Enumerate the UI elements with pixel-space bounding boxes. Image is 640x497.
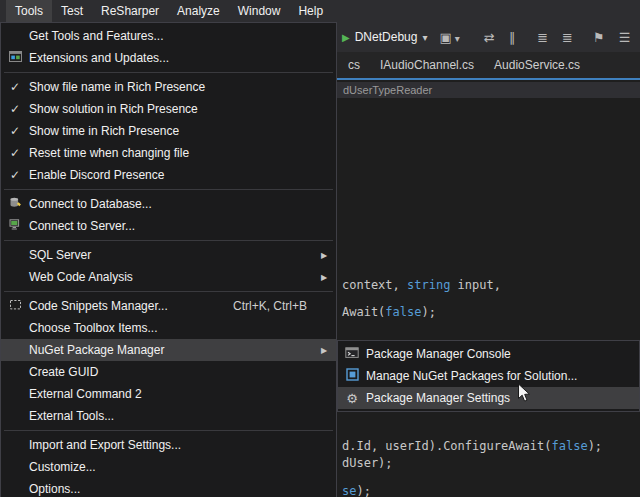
menu-item-gutter: [1, 50, 29, 66]
chevron-down-icon[interactable]: ▾: [455, 33, 460, 44]
menu-item-label: Create GUID: [29, 365, 98, 379]
code-fragment-0: context, string input,: [342, 278, 501, 292]
menu-item-get-tools-and-features[interactable]: Get Tools and Features...: [1, 25, 336, 47]
code-token: Await(: [342, 305, 385, 319]
play-icon: ▶: [342, 32, 350, 43]
menu-separator: [4, 189, 333, 190]
menubar-item-window[interactable]: Window: [229, 0, 290, 22]
menu-item-label: SQL Server: [29, 248, 91, 262]
bookmark-icon[interactable]: ⚑: [593, 30, 605, 45]
menu-item-show-time-in-rich-presence[interactable]: ✓Show time in Rich Presence: [1, 120, 336, 142]
vs-window: context, string input,Await(false);d.Id,…: [0, 0, 640, 497]
menubar-item-tools[interactable]: Tools: [6, 0, 52, 22]
check-icon: ✓: [10, 168, 20, 182]
menu-item-label: Customize...: [29, 460, 96, 474]
menu-item-label: Show time in Rich Presence: [29, 124, 179, 138]
menu-item-label: Show file name in Rich Presence: [29, 80, 205, 94]
menu-item-label: Connect to Database...: [29, 197, 152, 211]
menubar-item-test[interactable]: Test: [52, 0, 92, 22]
code-token: );: [356, 484, 370, 497]
menubar-item-analyze[interactable]: Analyze: [168, 0, 229, 22]
check-icon: ✓: [10, 146, 20, 160]
menu-item-label: Show solution in Rich Presence: [29, 102, 198, 116]
menu-item-gutter: ✓: [1, 168, 29, 182]
check-icon: ✓: [10, 124, 20, 138]
menu-item-gutter: ✓: [1, 146, 29, 160]
submenu-item-package-manager-console[interactable]: Package Manager Console: [338, 343, 639, 365]
menu-item-label: Get Tools and Features...: [29, 29, 164, 43]
start-debug-button[interactable]: ▶ DNetDebug ▾: [342, 30, 427, 44]
tab-iaudiochannel[interactable]: IAudioChannel.cs: [370, 52, 484, 78]
menu-item-choose-toolbox-items[interactable]: Choose Toolbox Items...: [1, 317, 336, 339]
overflow-menu-icon[interactable]: ☰: [619, 30, 631, 45]
menu-separator: [4, 240, 333, 241]
package-icon: [346, 368, 359, 384]
code-fragment-1: Await(false);: [342, 305, 436, 319]
menu-item-external-tools[interactable]: External Tools...: [1, 405, 336, 427]
menu-item-label: Choose Toolbox Items...: [29, 321, 158, 335]
word-wrap-icon[interactable]: ≣: [562, 30, 573, 45]
server-icon: [9, 218, 22, 234]
menu-item-label: Manage NuGet Packages for Solution...: [366, 369, 577, 383]
menu-item-create-guid[interactable]: Create GUID: [1, 361, 336, 383]
menu-item-gutter: ⚙: [338, 392, 366, 405]
database-icon: [9, 196, 22, 212]
attach-icon[interactable]: ▣: [439, 30, 451, 45]
menu-item-external-command-2[interactable]: External Command 2: [1, 383, 336, 405]
submenu-item-manage-nuget-packages-for-solution[interactable]: Manage NuGet Packages for Solution...: [338, 365, 639, 387]
menu-separator: [4, 291, 333, 292]
menu-item-code-snippets-manager[interactable]: Code Snippets Manager...Ctrl+K, Ctrl+B: [1, 295, 336, 317]
menu-item-label: Package Manager Settings: [366, 391, 510, 405]
menu-item-show-solution-in-rich-presence[interactable]: ✓Show solution in Rich Presence: [1, 98, 336, 120]
menu-item-gutter: [1, 298, 29, 314]
menu-item-customize[interactable]: Customize...: [1, 456, 336, 478]
menu-item-gutter: [338, 346, 366, 362]
menu-item-label: Import and Export Settings...: [29, 438, 181, 452]
menubar-item-help[interactable]: Help: [289, 0, 332, 22]
menu-item-label: Code Snippets Manager...: [29, 299, 168, 313]
code-token: );: [588, 439, 602, 453]
menu-item-gutter: [1, 218, 29, 234]
menu-item-label: NuGet Package Manager: [29, 343, 164, 357]
menubar-item-resharper[interactable]: ReSharper: [92, 0, 168, 22]
menu-item-enable-discord-presence[interactable]: ✓Enable Discord Presence: [1, 164, 336, 186]
submenu-item-package-manager-settings[interactable]: ⚙Package Manager Settings: [338, 387, 639, 409]
menu-item-options[interactable]: Options...: [1, 478, 336, 497]
tab-audioservice[interactable]: AudioService.cs: [484, 52, 590, 78]
menu-item-label: Connect to Server...: [29, 219, 135, 233]
menu-separator: [4, 72, 333, 73]
menu-item-reset-time-when-changing-file[interactable]: ✓Reset time when changing file: [1, 142, 336, 164]
navbar-type-name: dUserTypeReader: [343, 84, 432, 96]
menu-item-nuget-package-manager[interactable]: NuGet Package Manager▶: [1, 339, 336, 361]
code-token: );: [421, 305, 435, 319]
menu-item-connect-to-server[interactable]: Connect to Server...: [1, 215, 336, 237]
code-token: d.Id, userId).ConfigureAwait(: [342, 439, 552, 453]
check-icon: ✓: [10, 102, 20, 116]
menu-item-label: External Command 2: [29, 387, 142, 401]
console-icon: [345, 346, 359, 362]
menu-item-label: External Tools...: [29, 409, 114, 423]
code-token: false: [385, 305, 421, 319]
menu-item-web-code-analysis[interactable]: Web Code Analysis▶: [1, 266, 336, 288]
code-token: se: [342, 484, 356, 497]
menu-item-label: Package Manager Console: [366, 347, 511, 361]
split-view-icon[interactable]: ∥: [509, 30, 516, 45]
menu-item-label: Extensions and Updates...: [29, 51, 169, 65]
navigate-icon[interactable]: ⇄: [484, 30, 495, 45]
menu-item-extensions-and-updates[interactable]: Extensions and Updates...: [1, 47, 336, 69]
submenu-arrow-icon: ▶: [317, 346, 331, 355]
list-members-icon[interactable]: ≣: [537, 30, 548, 45]
snippets-icon: [9, 298, 22, 314]
menu-item-show-file-name-in-rich-presence[interactable]: ✓Show file name in Rich Presence: [1, 76, 336, 98]
check-icon: ✓: [10, 80, 20, 94]
menu-item-gutter: ✓: [1, 80, 29, 94]
code-fragment-4: se);: [342, 484, 371, 497]
menu-item-sql-server[interactable]: SQL Server▶: [1, 244, 336, 266]
code-token: string: [407, 278, 450, 292]
menu-item-connect-to-database[interactable]: Connect to Database...: [1, 193, 336, 215]
menu-item-gutter: ✓: [1, 124, 29, 138]
tools-menu: Get Tools and Features...Extensions and …: [0, 22, 337, 497]
menu-item-import-and-export-settings[interactable]: Import and Export Settings...: [1, 434, 336, 456]
menu-item-gutter: [338, 368, 366, 384]
tab-cs[interactable]: cs: [338, 52, 370, 78]
